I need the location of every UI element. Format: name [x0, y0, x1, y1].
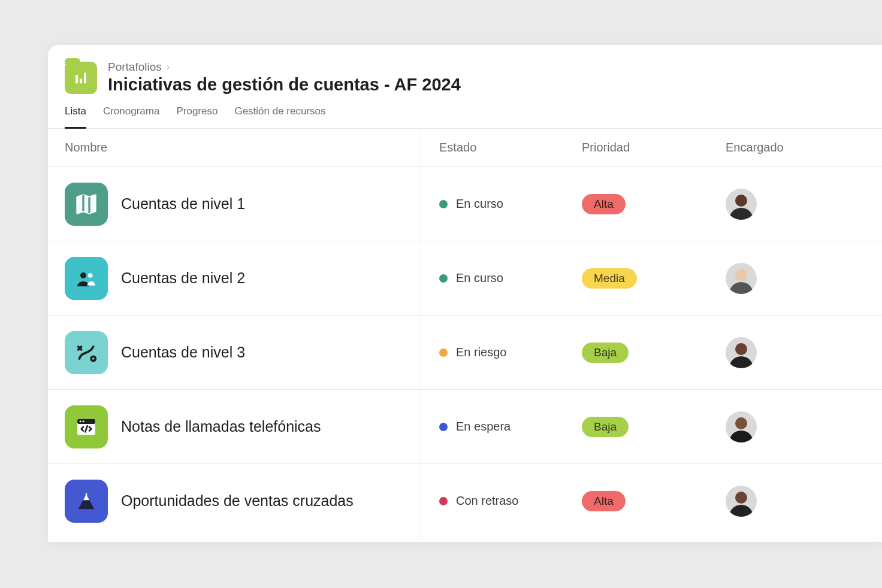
table-row[interactable]: Cuentas de nivel 1 En curso Alta: [48, 167, 882, 241]
svg-rect-12: [86, 493, 87, 497]
cell-status[interactable]: En curso: [421, 241, 582, 315]
cell-owner[interactable]: [726, 167, 882, 241]
tab-gestion-recursos[interactable]: Gestión de recursos: [234, 105, 325, 128]
svg-marker-0: [77, 195, 95, 213]
table-row[interactable]: Notas de llamadas telefónicas En espera …: [48, 390, 882, 464]
status-label: Con retraso: [456, 494, 519, 508]
priority-badge: Media: [582, 268, 637, 289]
status-dot-icon: [439, 200, 448, 208]
priority-badge: Baja: [582, 343, 629, 363]
breadcrumb[interactable]: Portafolios ›: [108, 60, 461, 74]
svg-point-3: [80, 272, 86, 278]
owner-avatar[interactable]: [726, 486, 757, 517]
owner-avatar[interactable]: [726, 263, 757, 294]
project-name: Cuentas de nivel 3: [121, 344, 245, 361]
svg-point-8: [80, 420, 81, 422]
cell-name[interactable]: Oportunidades de ventas cruzadas: [48, 464, 421, 538]
map-icon: [65, 183, 108, 226]
mountain-icon: [65, 480, 108, 523]
project-name: Notas de llamadas telefónicas: [121, 418, 321, 435]
cell-status[interactable]: Con retraso: [421, 464, 582, 538]
cell-status[interactable]: En espera: [421, 390, 582, 463]
cell-priority[interactable]: Baja: [582, 316, 726, 389]
project-name: Oportunidades de ventas cruzadas: [121, 492, 354, 510]
page-title: Iniciativas de gestión de cuentas - AF 2…: [108, 75, 461, 95]
cell-owner[interactable]: [726, 316, 882, 389]
cell-name[interactable]: Cuentas de nivel 2: [48, 241, 421, 315]
cell-priority[interactable]: Alta: [582, 464, 726, 538]
svg-point-9: [83, 420, 84, 422]
svg-point-5: [91, 356, 95, 360]
status-label: En espera: [456, 420, 511, 434]
cell-name[interactable]: Cuentas de nivel 3: [48, 316, 421, 389]
owner-avatar[interactable]: [726, 337, 757, 368]
portfolio-folder-icon: [65, 62, 97, 94]
page-header: Portafolios › Iniciativas de gestión de …: [48, 45, 882, 95]
owner-avatar[interactable]: [726, 411, 757, 442]
priority-badge: Alta: [582, 491, 626, 511]
breadcrumb-label[interactable]: Portafolios: [108, 60, 162, 74]
cell-status[interactable]: En curso: [421, 167, 582, 241]
cell-owner[interactable]: [726, 241, 882, 315]
cell-owner[interactable]: [726, 390, 882, 463]
code-window-icon: [65, 405, 108, 448]
projects-table: Nombre Estado Prioridad Encargado Cuenta…: [48, 129, 882, 538]
header-top: Portafolios › Iniciativas de gestión de …: [65, 60, 865, 95]
col-header-priority[interactable]: Prioridad: [582, 129, 726, 166]
cell-priority[interactable]: Baja: [582, 390, 726, 463]
tab-cronograma[interactable]: Cronograma: [103, 105, 160, 128]
table-row[interactable]: Cuentas de nivel 3 En riesgo Baja: [48, 316, 882, 390]
status-label: En curso: [456, 271, 503, 285]
cell-priority[interactable]: Media: [582, 241, 726, 315]
col-header-status[interactable]: Estado: [421, 129, 582, 166]
table-row[interactable]: Oportunidades de ventas cruzadas Con ret…: [48, 464, 882, 538]
status-label: En curso: [456, 197, 503, 211]
cell-name[interactable]: Notas de llamadas telefónicas: [48, 390, 421, 463]
priority-badge: Baja: [582, 417, 629, 437]
owner-avatar[interactable]: [726, 189, 757, 220]
tab-progreso[interactable]: Progreso: [176, 105, 218, 128]
header-text: Portafolios › Iniciativas de gestión de …: [108, 60, 461, 95]
tab-lista[interactable]: Lista: [65, 105, 86, 129]
users-icon: [65, 257, 108, 300]
project-name: Cuentas de nivel 1: [121, 195, 245, 213]
strategy-icon: [65, 331, 108, 374]
svg-point-4: [88, 273, 93, 278]
status-dot-icon: [439, 497, 448, 505]
chevron-right-icon: ›: [167, 62, 170, 72]
cell-name[interactable]: Cuentas de nivel 1: [48, 167, 421, 241]
cell-owner[interactable]: [726, 464, 882, 538]
status-label: En riesgo: [456, 345, 507, 359]
portfolio-window: Portafolios › Iniciativas de gestión de …: [48, 45, 882, 542]
status-dot-icon: [439, 274, 448, 283]
priority-badge: Alta: [582, 194, 626, 214]
cell-status[interactable]: En riesgo: [421, 316, 582, 389]
project-name: Cuentas de nivel 2: [121, 269, 245, 287]
tabs-bar: Lista Cronograma Progreso Gestión de rec…: [48, 95, 882, 129]
table-header-row: Nombre Estado Prioridad Encargado: [48, 129, 882, 167]
status-dot-icon: [439, 348, 448, 357]
col-header-owner[interactable]: Encargado: [726, 129, 882, 166]
status-dot-icon: [439, 423, 448, 431]
col-header-name[interactable]: Nombre: [48, 129, 421, 166]
cell-priority[interactable]: Alta: [582, 167, 726, 241]
table-row[interactable]: Cuentas de nivel 2 En curso Media: [48, 241, 882, 316]
